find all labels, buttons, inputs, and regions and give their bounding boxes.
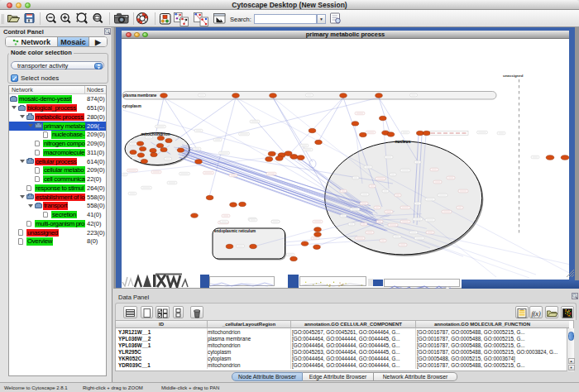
svg-text:mitochondrion: mitochondrion — [141, 131, 170, 136]
svg-text:f(x): f(x) — [531, 310, 540, 318]
svg-text:cytoplasm: cytoplasm — [122, 104, 141, 108]
svg-text:plasma membrane: plasma membrane — [123, 93, 157, 98]
svg-text:nucleus: nucleus — [395, 139, 411, 144]
svg-text:unassigned: unassigned — [503, 74, 524, 78]
svg-text:endoplasmic reticulum: endoplasmic reticulum — [214, 229, 256, 233]
